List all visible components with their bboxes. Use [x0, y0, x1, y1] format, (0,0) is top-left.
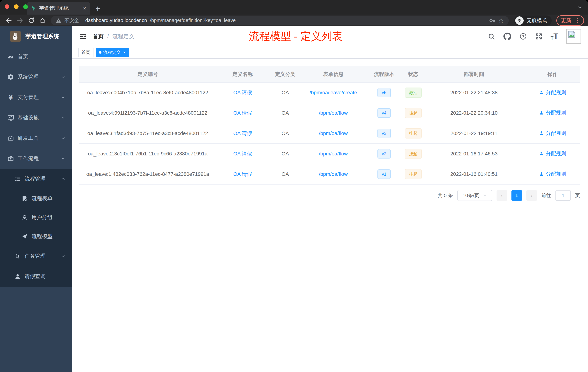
url-path[interactable]: /bpm/manager/definition?key=oa_leave — [150, 18, 236, 23]
window-minimize-button[interactable] — [14, 4, 19, 9]
list-tree-icon — [14, 175, 22, 182]
update-label[interactable]: 更新 — [561, 17, 571, 24]
github-icon[interactable] — [503, 33, 511, 40]
new-tab-button[interactable]: + — [95, 4, 100, 13]
form-link[interactable]: /bpm/oa/flow — [319, 131, 348, 136]
column-header: 定义分类 — [269, 66, 302, 82]
definition-name-link[interactable]: OA 请假 — [233, 110, 252, 116]
url-host[interactable]: dashboard.yudao.iocoder.cn — [85, 18, 147, 23]
version-tag: v1 — [378, 169, 391, 179]
column-header: 定义名称 — [216, 66, 269, 82]
form-link[interactable]: /bpm/oa/leave/create — [309, 90, 357, 95]
sidebar-item-home[interactable]: 首页 — [0, 46, 72, 67]
definition-name-link[interactable]: OA 请假 — [233, 90, 252, 95]
definition-name-link[interactable]: OA 请假 — [233, 131, 252, 136]
table-header-row: 定义编号 定义名称 定义分类 表单信息 流程版本 状态 部署时间 操作 — [79, 66, 580, 82]
avatar-dropdown[interactable]: ▾ — [566, 29, 580, 44]
page-content: 定义编号 定义名称 定义分类 表单信息 流程版本 状态 部署时间 操作 oa_l — [72, 59, 588, 206]
app-title: 芋道管理系统 — [25, 33, 59, 40]
form-link[interactable]: /bpm/oa/flow — [319, 110, 348, 116]
sidebar-collapse-icon[interactable] — [79, 33, 86, 40]
browser-menu-icon[interactable]: ⋮ — [575, 18, 580, 23]
browser-toolbar: 不安全 dashboard.yudao.iocoder.cn /bpm/mana… — [0, 15, 588, 26]
goto-page-input[interactable]: 1 — [556, 190, 571, 201]
deploy-time: 2022-01-22 20:34:10 — [423, 103, 525, 123]
app-logo-row[interactable]: 芋道管理系统 — [0, 26, 72, 46]
security-warning-icon[interactable] — [56, 18, 62, 23]
status-badge: 激活 — [405, 88, 422, 98]
definition-category: OA — [269, 123, 302, 144]
back-button[interactable] — [4, 16, 13, 25]
address-bar[interactable]: 不安全 dashboard.yudao.iocoder.cn /bpm/mana… — [51, 16, 509, 25]
sidebar-item-process-mgmt[interactable]: 流程管理 — [0, 169, 72, 189]
gear-icon — [7, 74, 15, 80]
sidebar-item-process-form[interactable]: 流程表单 — [0, 189, 72, 208]
form-link[interactable]: /bpm/oa/flow — [319, 171, 348, 177]
search-icon[interactable] — [488, 33, 495, 40]
definition-category: OA — [269, 82, 302, 103]
sidebar-item-infrastructure[interactable]: 基础设施 — [0, 108, 72, 128]
version-tag: v2 — [378, 149, 391, 159]
next-page-button[interactable]: › — [526, 190, 537, 201]
assign-rule-button[interactable]: 分配规则 — [539, 130, 566, 137]
tab-search-chevron-icon[interactable] — [577, 5, 583, 10]
home-button[interactable] — [38, 16, 47, 25]
tab-close-icon[interactable]: × — [83, 5, 86, 11]
breadcrumb-home[interactable]: 首页 — [93, 33, 104, 40]
font-size-icon[interactable]: TT — [551, 33, 558, 40]
sidebar-item-devtools[interactable]: 研发工具 — [0, 128, 72, 148]
browser-window: 芋道管理系统 × + 不安全 dashboard.yudao.iocoder.c… — [0, 0, 588, 372]
column-header: 定义编号 — [79, 66, 216, 82]
tag-home[interactable]: 首页 — [78, 48, 94, 57]
sidebar-item-label: 流程管理 — [25, 175, 61, 183]
chrome-update-button[interactable]: 更新 ⋮ — [556, 15, 584, 26]
version-tag: v3 — [378, 129, 391, 138]
sidebar-item-label: 研发工具 — [18, 134, 61, 142]
definition-name-link[interactable]: OA 请假 — [233, 151, 252, 156]
page-1-button[interactable]: 1 — [512, 190, 522, 201]
sidebar-item-task-mgmt[interactable]: 任务管理 — [0, 246, 72, 266]
bookmark-star-icon[interactable]: ☆ — [498, 17, 504, 24]
password-key-icon[interactable] — [489, 17, 495, 24]
browser-tab[interactable]: 芋道管理系统 × — [27, 2, 90, 15]
sidebar-item-label: 流程模型 — [32, 233, 65, 240]
sidebar-item-process-model[interactable]: 流程模型 — [0, 227, 72, 246]
window-zoom-button[interactable] — [23, 4, 28, 9]
definition-name-link[interactable]: OA 请假 — [233, 171, 252, 177]
sidebar-item-label: 流程表单 — [32, 195, 65, 202]
avatar[interactable] — [566, 29, 581, 44]
form-link[interactable]: /bpm/oa/flow — [319, 151, 348, 156]
table-row: oa_leave:2:3c1f0ef1-76b1-11ec-9c66-a2380… — [79, 144, 580, 164]
assign-rule-button[interactable]: 分配规则 — [539, 171, 566, 177]
sidebar-item-label: 用户分组 — [32, 214, 65, 221]
app-header: 首页 / 流程定义 流程模型 - 定义列表 ? — [72, 26, 588, 46]
security-label[interactable]: 不安全 — [64, 17, 79, 24]
fullscreen-icon[interactable] — [535, 33, 543, 40]
assign-rule-button[interactable]: 分配规则 — [539, 89, 566, 96]
sidebar-item-leave-query[interactable]: 请假查询 — [0, 266, 72, 287]
definition-id: oa_leave:5:004b710b-7b8a-11ec-8ef0-acde4… — [79, 82, 216, 103]
sidebar-item-payment[interactable]: ¥ 支付管理 — [0, 87, 72, 108]
table-row: oa_leave:1:482ec033-762a-11ec-8477-a2380… — [79, 164, 580, 184]
sidebar-item-label: 首页 — [18, 53, 65, 60]
forward-button[interactable] — [15, 16, 25, 25]
favicon-plant-icon — [31, 5, 36, 11]
page-size-select[interactable]: 10条/页 — [457, 190, 492, 201]
tag-process-definition[interactable]: 流程定义 × — [96, 48, 129, 57]
tag-close-icon[interactable]: × — [123, 50, 126, 55]
breadcrumb-separator: / — [107, 33, 109, 40]
sidebar-item-system[interactable]: 系统管理 — [0, 67, 72, 87]
assign-rule-button[interactable]: 分配规则 — [539, 109, 566, 116]
status-badge: 挂起 — [405, 169, 422, 179]
breadcrumb: 首页 / 流程定义 — [93, 33, 134, 40]
sidebar-item-user-group[interactable]: 用户分组 — [0, 208, 72, 227]
assign-rule-button[interactable]: 分配规则 — [539, 150, 566, 157]
prev-page-button[interactable]: ‹ — [496, 190, 507, 201]
reload-button[interactable] — [27, 16, 36, 25]
org-tree-icon — [14, 253, 22, 259]
help-icon[interactable]: ? — [519, 33, 527, 40]
window-close-button[interactable] — [5, 4, 9, 9]
definition-id: oa_leave:2:3c1f0ef1-76b1-11ec-9c66-a2380… — [79, 144, 216, 164]
column-header: 状态 — [403, 66, 423, 82]
sidebar-item-workflow[interactable]: 工作流程 — [0, 148, 72, 169]
